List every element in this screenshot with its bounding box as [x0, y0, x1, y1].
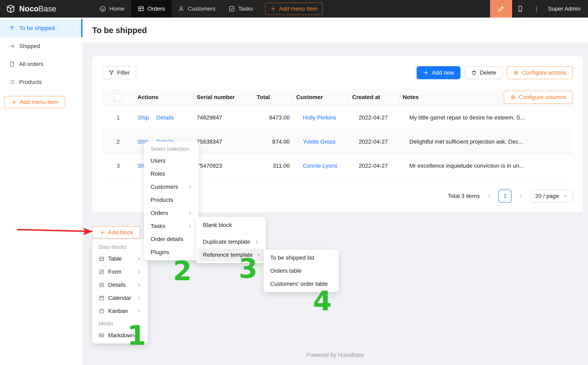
serial-number-cell: 75470923	[193, 163, 253, 169]
plus-icon	[100, 230, 105, 235]
menu-item-products[interactable]: Products	[146, 193, 197, 206]
nav-item-label: Customers	[188, 6, 215, 12]
menu-item-label: Tasks	[151, 223, 165, 229]
navbar-right: Super Admin	[490, 0, 588, 18]
menu-item-duplicate-template[interactable]: Duplicate template	[198, 235, 264, 248]
mobile-icon	[517, 5, 524, 12]
menu-item-label: Reference template	[203, 252, 253, 258]
customer-link[interactable]: Yvette Gross	[303, 139, 335, 145]
menu-item-kanban[interactable]: Kanban	[94, 305, 146, 318]
filter-icon	[108, 70, 114, 76]
more-button[interactable]	[528, 0, 545, 18]
add-new-label: Add new	[432, 70, 454, 76]
sidebar-item-shipped[interactable]: Shipped	[0, 37, 82, 55]
add-block-button[interactable]: Add block	[92, 226, 140, 239]
nav-item-customers[interactable]: Customers	[171, 0, 222, 18]
configure-actions-label: Configure actions	[522, 70, 566, 76]
menu-item-label: Calendar	[108, 295, 131, 301]
details-icon	[99, 282, 104, 288]
chevron-right-icon	[188, 224, 192, 228]
table-header-row: Actions Serial number Total Customer Cre…	[102, 89, 573, 106]
nav-item-orders[interactable]: Orders	[131, 0, 172, 18]
total-cell: 8473.00	[253, 114, 299, 121]
menu-item-form[interactable]: Form	[94, 265, 146, 278]
nav-item-tasks[interactable]: Tasks	[222, 0, 259, 18]
menu-item-label: Form	[108, 269, 122, 275]
table-icon	[138, 6, 144, 12]
menu-item-markdown[interactable]: Markdown	[94, 329, 146, 342]
pagination-next-button[interactable]	[515, 190, 527, 202]
serial-number-cell: 75638347	[193, 139, 253, 145]
notes-cell: My little garret repair to desire he est…	[406, 114, 573, 121]
menu-item-orders-table[interactable]: Orders table	[265, 264, 337, 277]
ship-link[interactable]: Ship	[137, 114, 149, 121]
form-icon	[99, 269, 104, 275]
nav-item-label: Home	[109, 6, 125, 12]
configure-columns-button[interactable]: Configure columns	[504, 91, 573, 104]
menu-item-reference-template[interactable]: Reference template	[198, 248, 264, 261]
page-size-value: 20 / page	[535, 193, 559, 199]
arrow-right-icon	[9, 43, 15, 49]
select-all-checkbox[interactable]	[115, 94, 122, 101]
sidebar-item-products[interactable]: Products	[0, 73, 82, 91]
menu-item-to-be-shipped-list[interactable]: To be shipped list	[265, 251, 337, 264]
home-icon	[100, 6, 106, 12]
chevron-left-icon	[487, 193, 492, 199]
chevron-right-icon	[137, 309, 141, 313]
menu-item-order-details[interactable]: Order details	[146, 233, 197, 246]
menu-item-details[interactable]: Details	[94, 278, 146, 291]
sidebar-item-label: Products	[19, 79, 42, 85]
chevron-right-icon	[188, 185, 192, 189]
menu-item-label: To be shipped list	[270, 254, 314, 261]
delete-button[interactable]: Delete	[465, 66, 503, 79]
menu-item-plugins[interactable]: Plugins	[146, 246, 197, 259]
row-actions-cell: Ship Details	[134, 114, 193, 121]
menu-section-label: Data blocks	[94, 241, 146, 252]
chevron-right-icon	[256, 253, 261, 257]
configure-actions-button[interactable]: Configure actions	[507, 66, 573, 79]
menu-item-users[interactable]: Users	[146, 154, 197, 167]
reference-template-menu: To be shipped list Orders table Customer…	[264, 250, 339, 292]
column-header-created-at: Created at	[349, 94, 399, 100]
sidebar-add-menu-item-button[interactable]: Add menu item	[4, 96, 65, 108]
row-index: 2	[102, 139, 134, 145]
add-new-button[interactable]: Add new	[417, 66, 460, 79]
menu-item-customers[interactable]: Customers	[146, 180, 197, 193]
row-index: 1	[102, 114, 134, 121]
pagination-prev-button[interactable]	[483, 190, 495, 202]
nav-item-home[interactable]: Home	[93, 0, 131, 18]
menu-item-label: Roles	[151, 171, 165, 177]
filter-button[interactable]: Filter	[102, 66, 136, 79]
ui-editor-button[interactable]	[490, 0, 512, 18]
nav-add-menu-item-button[interactable]: Add menu item	[265, 3, 323, 15]
menu-item-tasks[interactable]: Tasks	[146, 220, 197, 233]
delete-label: Delete	[480, 70, 496, 76]
chevron-right-icon	[137, 257, 141, 261]
customer-link[interactable]: Holly Perkins	[303, 114, 336, 121]
pagination-total: Total 3 items	[448, 193, 480, 199]
menu-item-calendar[interactable]: Calendar	[94, 291, 146, 305]
menu-item-label: Orders	[151, 210, 168, 216]
table-toolbar: Filter Add new Delete Conf	[102, 66, 573, 79]
filter-label: Filter	[117, 70, 130, 76]
pagination-page-1[interactable]: 1	[498, 190, 512, 203]
customer-link[interactable]: Connie Lyons	[303, 163, 338, 169]
menu-item-label: Customers	[151, 184, 178, 190]
menu-item-label: Markdown	[108, 332, 135, 339]
sidebar-item-all-orders[interactable]: All orders	[0, 55, 82, 73]
brand[interactable]: NocoBase	[0, 0, 93, 18]
menu-item-blank-block[interactable]: Blank block	[198, 218, 264, 232]
menu-item-customers-order-table[interactable]: Customers' order table	[265, 277, 337, 290]
brand-name-light: Base	[39, 5, 56, 13]
details-link[interactable]: Details	[156, 114, 174, 121]
menu-item-roles[interactable]: Roles	[146, 167, 197, 180]
page-size-select[interactable]: 20 / page	[530, 190, 573, 203]
menu-item-table[interactable]: Table	[94, 252, 146, 265]
table-icon	[99, 256, 104, 262]
column-header-total: Total	[253, 94, 293, 100]
menu-item-orders[interactable]: Orders	[146, 206, 197, 220]
sidebar-item-to-be-shipped[interactable]: To be shipped	[0, 19, 82, 37]
user-menu[interactable]: Super Admin	[545, 6, 588, 12]
mobile-button[interactable]	[512, 0, 528, 18]
check-square-icon	[229, 6, 235, 12]
